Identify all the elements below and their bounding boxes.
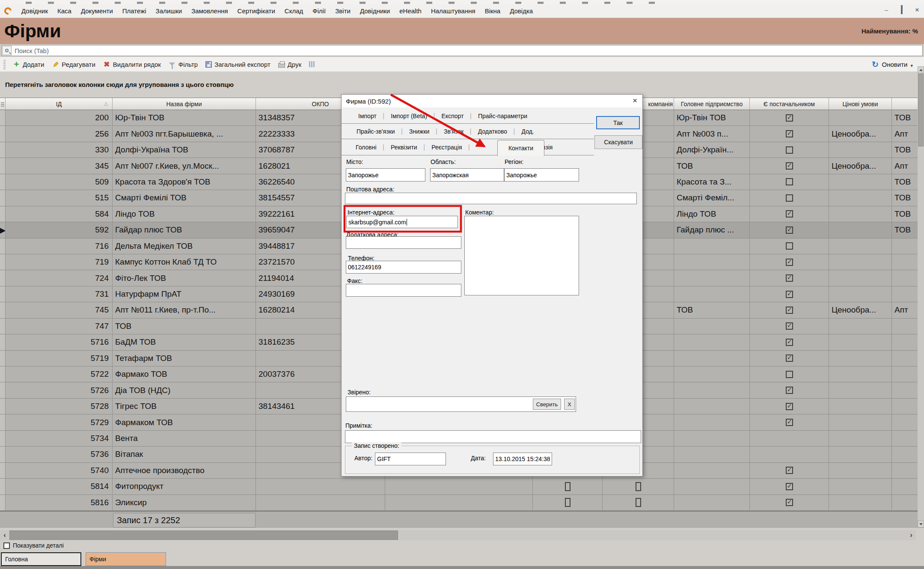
bottom-tab-firmy[interactable]: Фірми bbox=[86, 552, 166, 566]
unchecked-checkbox[interactable] bbox=[636, 482, 641, 491]
unchecked-checkbox[interactable] bbox=[786, 371, 793, 378]
menu-item-Звіти[interactable]: Звіти bbox=[330, 7, 355, 15]
minimize-button[interactable]: – bbox=[883, 6, 890, 13]
dialog-tab-Прайс-зв'язки[interactable]: Прайс-зв'язки bbox=[351, 128, 401, 135]
column-header-name[interactable]: Назва фірми bbox=[113, 98, 256, 110]
date-field[interactable]: 13.10.2015 15:24:38 bbox=[493, 453, 552, 465]
toolbar-button-Друк[interactable]: Друк bbox=[274, 58, 305, 70]
menu-item-eHealth[interactable]: eHealth bbox=[395, 7, 426, 15]
checked-checkbox[interactable]: ✓ bbox=[786, 210, 793, 217]
menu-item-Довідник[interactable]: Довідник bbox=[17, 7, 53, 15]
show-details-checkbox[interactable] bbox=[3, 542, 10, 549]
column-header-sup[interactable]: Є постачальником bbox=[750, 98, 829, 110]
author-field[interactable]: GIFT bbox=[375, 453, 446, 465]
toolbar-button-Видалити рядок[interactable]: ✖Видалити рядок bbox=[99, 58, 165, 70]
table-row[interactable]: 5816Эликсир✓ bbox=[0, 495, 924, 511]
checked-checkbox[interactable]: ✓ bbox=[786, 162, 793, 170]
comment-field[interactable] bbox=[464, 216, 579, 295]
checked-checkbox[interactable]: ✓ bbox=[786, 339, 793, 346]
region-field[interactable]: Запорожье bbox=[504, 168, 579, 182]
toolbar-button-Додати[interactable]: +Додати bbox=[9, 58, 48, 70]
checked-checkbox[interactable]: ✓ bbox=[786, 483, 793, 490]
unchecked-checkbox[interactable] bbox=[786, 194, 793, 202]
verify-clear-button[interactable]: X bbox=[564, 399, 575, 410]
menu-item-Платежі[interactable]: Платежі bbox=[118, 7, 151, 15]
unchecked-checkbox[interactable] bbox=[565, 498, 570, 507]
checked-checkbox[interactable]: ✓ bbox=[786, 274, 793, 282]
checked-checkbox[interactable]: ✓ bbox=[786, 403, 793, 410]
scroll-up-arrow[interactable] bbox=[918, 66, 924, 73]
checked-checkbox[interactable]: ✓ bbox=[786, 499, 793, 506]
refresh-button[interactable]: Оновити bbox=[882, 61, 908, 68]
internet-address-field[interactable]: skarbsup@gmail.com bbox=[346, 216, 458, 228]
restore-button[interactable] bbox=[898, 6, 905, 13]
column-header-price[interactable]: Цінові умови bbox=[829, 98, 892, 110]
dialog-close-icon[interactable]: × bbox=[633, 96, 637, 105]
menu-item-Вікна[interactable]: Вікна bbox=[480, 7, 505, 15]
menu-item-Довідники[interactable]: Довідники bbox=[355, 7, 395, 15]
menu-item-Залишки[interactable]: Залишки bbox=[151, 7, 187, 15]
vertical-scroll-thumb[interactable] bbox=[918, 74, 924, 146]
fax-field[interactable] bbox=[346, 284, 461, 297]
checked-checkbox[interactable]: ✓ bbox=[786, 467, 793, 474]
table-row[interactable]: 5814Фитопродукт✓ bbox=[0, 479, 924, 495]
dialog-tab-Головні[interactable]: Головні bbox=[350, 144, 382, 151]
column-header-id[interactable]: ІД△ bbox=[6, 98, 113, 110]
dialog-tab-Контакти[interactable]: Контакти bbox=[497, 140, 544, 156]
menu-item-Документи[interactable]: Документи bbox=[76, 7, 118, 15]
checked-checkbox[interactable]: ✓ bbox=[786, 114, 793, 122]
unchecked-checkbox[interactable] bbox=[565, 482, 570, 491]
menu-item-Замовлення[interactable]: Замовлення bbox=[187, 7, 232, 15]
checked-checkbox[interactable]: ✓ bbox=[786, 259, 793, 266]
phone-field[interactable]: 0612249169 bbox=[346, 261, 461, 274]
refresh-dropdown-caret[interactable]: ▾ bbox=[910, 63, 913, 69]
unchecked-checkbox[interactable] bbox=[786, 242, 793, 250]
unchecked-checkbox[interactable] bbox=[786, 178, 793, 185]
dialog-tab-Реєстрація[interactable]: Реєстрація bbox=[426, 144, 467, 151]
checked-checkbox[interactable]: ✓ bbox=[786, 307, 793, 314]
note-field[interactable] bbox=[345, 430, 641, 443]
checked-checkbox[interactable]: ✓ bbox=[786, 291, 793, 298]
scroll-right-arrow[interactable]: › bbox=[906, 530, 916, 540]
scroll-down-arrow[interactable] bbox=[918, 521, 924, 527]
menu-item-Налаштування[interactable]: Налаштування bbox=[426, 7, 480, 15]
toolbar-drag-handle[interactable] bbox=[3, 59, 6, 69]
close-window-button[interactable]: × bbox=[914, 6, 921, 13]
column-header-ind[interactable] bbox=[0, 98, 6, 110]
menu-item-Довідка[interactable]: Довідка bbox=[505, 7, 538, 15]
dialog-tab-Зв'язок[interactable]: Зв'язок bbox=[438, 128, 469, 135]
column-header-main[interactable]: Головне підприємство bbox=[674, 98, 750, 110]
dialog-tab-Імпорт[interactable]: Імпорт bbox=[353, 113, 382, 119]
verify-button[interactable]: Сверить bbox=[533, 399, 561, 410]
menu-item-Філії[interactable]: Філії bbox=[308, 7, 330, 15]
menu-item-Сертифікати[interactable]: Сертифікати bbox=[233, 7, 280, 15]
search-input[interactable]: Поиск (Tab) bbox=[1, 45, 923, 56]
unchecked-checkbox[interactable] bbox=[786, 146, 793, 154]
checked-checkbox[interactable]: ✓ bbox=[786, 355, 793, 362]
dialog-tab-Прайс-параметри[interactable]: Прайс-параметри bbox=[472, 113, 533, 119]
scroll-left-arrow[interactable]: ‹ bbox=[0, 530, 9, 540]
menu-item-Склад[interactable]: Склад bbox=[280, 7, 308, 15]
toolbar-button-Фільтр[interactable]: Фільтр bbox=[165, 58, 202, 70]
toolbar-button-Загальний експорт[interactable]: Загальний експорт bbox=[202, 58, 274, 70]
oblast-field[interactable]: Запорожская bbox=[430, 168, 504, 182]
checked-checkbox[interactable]: ✓ bbox=[786, 130, 793, 137]
horizontal-scroll-thumb[interactable] bbox=[9, 530, 398, 540]
city-field[interactable]: Запорожье bbox=[346, 168, 425, 182]
dialog-tab-Додатково[interactable]: Додатково bbox=[472, 128, 513, 135]
checked-checkbox[interactable]: ✓ bbox=[786, 322, 793, 330]
extra-address-field[interactable] bbox=[346, 236, 461, 249]
vertical-scrollbar[interactable] bbox=[918, 66, 924, 527]
toolbar-button-Редагувати[interactable]: ✎Редагувати bbox=[48, 58, 99, 70]
dialog-tab-Дод.[interactable]: Дод. bbox=[516, 128, 540, 135]
dialog-tab-Знижки[interactable]: Знижки bbox=[404, 128, 435, 135]
dialog-titlebar[interactable]: Фирма (ID:592) × bbox=[342, 95, 642, 107]
toolbar-button-columns[interactable] bbox=[305, 58, 319, 70]
cancel-button[interactable]: Скасувати bbox=[594, 135, 642, 149]
dialog-tab-Імпорт (Beta)[interactable]: Імпорт (Beta) bbox=[385, 113, 433, 119]
dialog-tab-Реквізити[interactable]: Реквізити bbox=[385, 144, 423, 151]
postal-address-field[interactable] bbox=[345, 193, 637, 204]
unchecked-checkbox[interactable] bbox=[636, 498, 641, 507]
bottom-tab-holovna[interactable]: Головна bbox=[1, 552, 81, 566]
ok-button[interactable]: Так bbox=[596, 116, 640, 129]
